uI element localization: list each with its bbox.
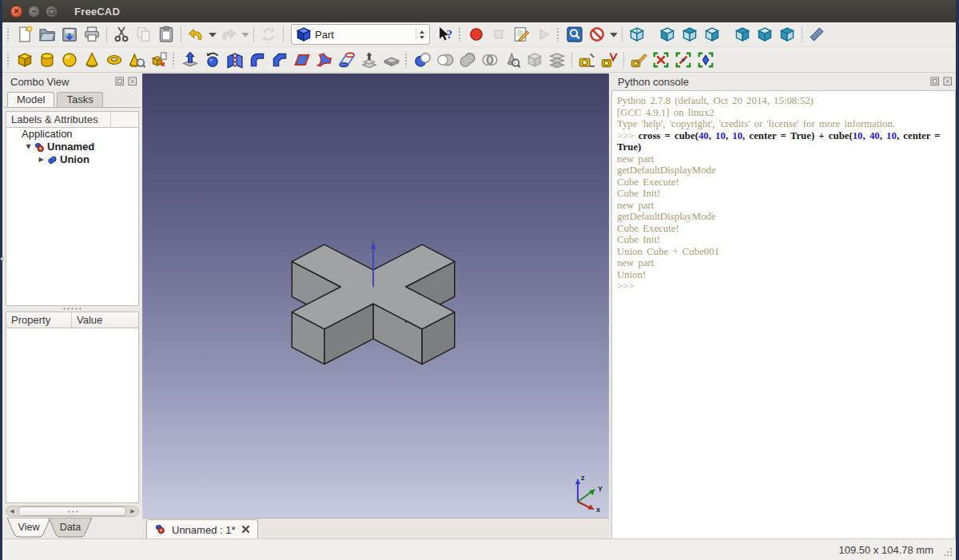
open-document-button[interactable] [36, 24, 58, 45]
python-console-output[interactable]: Python 2.7.8 (default, Oct 20 2014, 15:0… [611, 90, 956, 539]
scroll-right-icon[interactable]: ▶ [127, 506, 138, 516]
macro-edit-button[interactable] [510, 24, 532, 45]
part-cylinder-button[interactable] [36, 50, 58, 70]
macro-record-button[interactable] [465, 24, 487, 45]
tab-view[interactable]: View [6, 518, 52, 539]
float-panel-icon[interactable] [114, 77, 125, 87]
view-bottom-button[interactable] [754, 24, 776, 45]
whats-this-button[interactable]: ? [434, 24, 456, 45]
toolbar-handle[interactable] [172, 53, 176, 67]
torus-icon [105, 51, 123, 69]
cut-button[interactable] [110, 24, 133, 45]
view-front-button[interactable] [656, 24, 678, 45]
workbench-selector[interactable]: Part [291, 24, 430, 45]
part-defeaturing-button[interactable] [523, 50, 546, 70]
tree-item-unnamed[interactable]: ▼Unnamed [6, 141, 138, 153]
part-boolean-cut-button[interactable] [434, 50, 456, 70]
print-button[interactable] [81, 24, 103, 45]
part-sphere-button[interactable] [58, 50, 81, 70]
tab-close-icon[interactable] [241, 524, 250, 536]
boolcut-icon [436, 51, 454, 69]
3d-object-union-cross[interactable] [142, 73, 609, 518]
macro-play-button[interactable] [532, 24, 555, 45]
3d-viewport[interactable]: zYx [142, 73, 609, 518]
macro-stop-button[interactable] [487, 24, 510, 45]
horizontal-scrollbar[interactable]: ◀ ▶ [6, 506, 139, 517]
toolbar-handle[interactable] [6, 27, 10, 42]
copy-button[interactable] [133, 24, 155, 45]
refresh-button[interactable] [257, 24, 280, 45]
tab-model[interactable]: Model [7, 92, 54, 107]
part-revolve-button[interactable] [201, 50, 224, 70]
document-tab[interactable]: Unnamed : 1* [146, 519, 258, 540]
toolbar-handle[interactable] [458, 27, 462, 42]
view-left-button[interactable] [776, 24, 798, 45]
union-icon [46, 154, 58, 166]
tree-item-application[interactable]: Application [6, 128, 138, 141]
part-chamfer-button[interactable] [269, 50, 291, 70]
resize-grip[interactable] [942, 546, 953, 558]
part-cube-icon [295, 26, 312, 43]
part-shape-builder-button[interactable] [148, 50, 170, 70]
undo-dropdown[interactable] [207, 24, 217, 45]
measure-linear-button[interactable] [575, 50, 598, 70]
close-panel-icon[interactable] [127, 77, 137, 87]
tab-data[interactable]: Data [47, 518, 94, 539]
document-icon [154, 523, 166, 538]
scrollbar-thumb[interactable] [18, 506, 126, 516]
part-make-face-button[interactable] [291, 50, 313, 70]
expander-expanded-icon[interactable]: ▼ [24, 141, 33, 153]
part-loft-button[interactable] [336, 50, 358, 70]
tab-tasks[interactable]: Tasks [57, 92, 102, 107]
measure-distance-button[interactable] [806, 24, 828, 45]
part-ruled-surface-button[interactable] [313, 50, 336, 70]
measure-toggle-3d-button[interactable] [694, 50, 717, 70]
redo-dropdown[interactable] [240, 24, 250, 45]
measure-clear-all-button[interactable] [650, 50, 672, 70]
paste-button[interactable] [155, 24, 177, 45]
view-top-button[interactable] [678, 24, 701, 45]
view-right-button[interactable] [701, 24, 723, 45]
view-rear-button[interactable] [731, 24, 754, 45]
panel-collapse-arrow[interactable] [0, 256, 4, 262]
part-boolean-intersection-button[interactable] [479, 50, 501, 70]
svg-text:Y: Y [598, 485, 603, 493]
part-boolean-union-button[interactable] [456, 50, 479, 70]
view-axonometric-button[interactable] [626, 24, 648, 45]
view-fit-all-button[interactable] [563, 24, 586, 45]
part-fillet-button[interactable] [246, 50, 269, 70]
part-torus-button[interactable] [103, 50, 125, 70]
part-extrude-button[interactable] [179, 50, 201, 70]
toolbar-handle[interactable] [556, 27, 560, 42]
mtoggle3d-icon [697, 51, 714, 69]
toolbar-handle[interactable] [6, 53, 10, 67]
toolbar-handle[interactable] [404, 53, 408, 67]
play-icon [535, 26, 552, 43]
part-boolean-button[interactable] [412, 50, 434, 70]
part-cross-sections-button[interactable] [546, 50, 568, 70]
draw-style-dropdown[interactable] [608, 24, 619, 45]
close-panel-icon[interactable] [942, 77, 953, 87]
tree-item-union[interactable]: ▶Union [6, 153, 138, 166]
maximize-window-button[interactable]: ▢ [46, 6, 58, 18]
part-mirror-button[interactable] [224, 50, 246, 70]
measure-toggle-all-button[interactable] [672, 50, 694, 70]
save-document-button[interactable] [58, 24, 81, 45]
expander-collapsed-icon[interactable]: ▶ [37, 153, 46, 166]
panel-splitter[interactable] [6, 306, 139, 312]
part-check-geometry-button[interactable] [501, 50, 523, 70]
part-section-button[interactable] [380, 50, 403, 70]
float-panel-icon[interactable] [929, 77, 940, 87]
measure-refresh-button[interactable] [627, 50, 650, 70]
new-document-button[interactable] [14, 24, 36, 45]
part-sweep-button[interactable] [358, 50, 380, 70]
close-window-button[interactable]: ✕ [10, 6, 22, 18]
minimize-window-button[interactable]: − [28, 6, 40, 18]
scroll-left-icon[interactable]: ◀ [6, 506, 18, 516]
workbench-spinner-icon[interactable] [416, 27, 428, 42]
part-cone-button[interactable] [81, 50, 103, 70]
measure-angular-button[interactable] [598, 50, 620, 70]
part-primitives-button[interactable] [125, 50, 148, 70]
part-box-button[interactable] [14, 50, 36, 70]
combo-view-panel: Combo View ModelTasks Labels & Attribute… [4, 73, 141, 539]
